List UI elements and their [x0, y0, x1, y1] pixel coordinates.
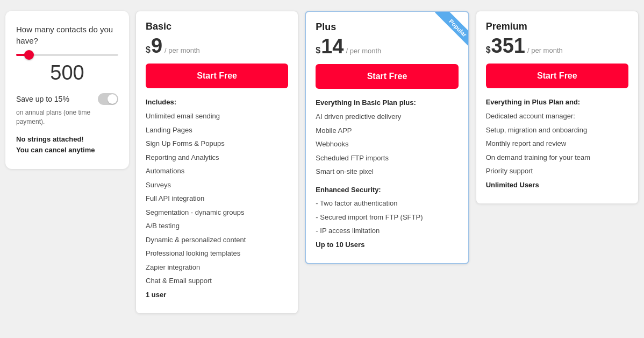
price-period: / per month — [527, 46, 563, 54]
feature-section-header: Enhanced Security: — [316, 183, 458, 197]
feature-item: Reporting and Analytics — [146, 151, 288, 165]
plan-name: Premium — [486, 21, 628, 32]
start-free-button[interactable]: Start Free — [486, 64, 628, 88]
price-period: / per month — [346, 47, 382, 55]
price-dollar-sign: $ — [146, 45, 151, 55]
price-amount: 14 — [321, 36, 344, 57]
price-period: / per month — [164, 46, 200, 54]
contacts-panel: How many contacts do you have? 500 Save … — [5, 11, 129, 169]
pricing-cards: Basic $ 9 / per month Start Free Include… — [135, 11, 639, 314]
pricing-card-premium: Premium $ 351 / per month Start Free Eve… — [476, 11, 639, 204]
feature-item: Sign Up Forms & Popups — [146, 137, 288, 151]
feature-item: Zapier integration — [146, 260, 288, 274]
no-strings-text: No strings attached! You can cancel anyt… — [16, 134, 118, 157]
plan-price: $ 351 / per month — [486, 36, 628, 56]
feature-item: Setup, migration and onboarding — [486, 123, 628, 137]
pricing-container: How many contacts do you have? 500 Save … — [5, 11, 639, 314]
feature-list: Dedicated account manager:Setup, migrati… — [486, 109, 628, 192]
feature-section-label: Includes: — [146, 98, 288, 106]
feature-list: Unlimited email sendingLanding PagesSign… — [146, 109, 288, 301]
feature-item: AI driven predictive delivery — [316, 110, 458, 124]
feature-item: Scheduled FTP imports — [316, 151, 458, 165]
contact-count-display: 500 — [16, 61, 118, 84]
contacts-question: How many contacts do you have? — [16, 24, 118, 46]
price-amount: 9 — [151, 36, 162, 56]
price-dollar-sign: $ — [486, 45, 491, 55]
feature-item: Dynamic & personalized content — [146, 233, 288, 247]
feature-item: Monthly report and review — [486, 137, 628, 151]
slider-wrapper[interactable] — [16, 54, 118, 56]
feature-item: Dedicated account manager: — [486, 109, 628, 123]
feature-item: Surveys — [146, 178, 288, 192]
slider-track — [16, 54, 118, 56]
feature-item: Mobile APP — [316, 124, 458, 138]
feature-item: Priority support — [486, 164, 628, 178]
feature-item: 1 user — [146, 288, 288, 302]
annual-note: on annual plans (one time payment). — [16, 108, 118, 126]
feature-item: A/B testing — [146, 219, 288, 233]
feature-item: - Two factor authentication — [316, 196, 458, 210]
start-free-button[interactable]: Start Free — [316, 64, 458, 89]
feature-item: Professional looking templates — [146, 247, 288, 260]
feature-item: Smart on-site pixel — [316, 165, 458, 179]
feature-item: Segmentation - dynamic groups — [146, 206, 288, 220]
feature-item: Unlimited email sending — [146, 109, 288, 123]
toggle-knob — [108, 94, 117, 104]
pricing-card-basic: Basic $ 9 / per month Start Free Include… — [135, 11, 298, 314]
feature-section-label: Everything in Plus Plan and: — [486, 98, 628, 106]
plan-name: Plus — [316, 22, 458, 33]
feature-item: On demand training for your team — [486, 151, 628, 165]
price-dollar-sign: $ — [316, 46, 320, 55]
slider-thumb — [24, 50, 34, 60]
start-free-button[interactable]: Start Free — [146, 64, 288, 88]
pricing-card-plus: Popular Plus $ 14 / per month Start Free… — [305, 11, 469, 264]
feature-item: Up to 10 Users — [316, 238, 458, 252]
plan-name: Basic — [146, 21, 288, 32]
feature-item: - Secured import from FTP (SFTP) — [316, 210, 458, 224]
save-toggle-row: Save up to 15% — [16, 93, 118, 105]
feature-item: Automations — [146, 164, 288, 178]
feature-list: AI driven predictive deliveryMobile APPW… — [316, 110, 458, 251]
feature-section-label: Everything in Basic Plan plus: — [316, 98, 458, 107]
feature-item: - IP access limitation — [316, 224, 458, 238]
price-amount: 351 — [491, 36, 525, 56]
save-label: Save up to 15% — [16, 95, 69, 103]
feature-item: Webhooks — [316, 137, 458, 151]
feature-item: Chat & Email support — [146, 274, 288, 288]
feature-item: Landing Pages — [146, 123, 288, 137]
feature-item: Unlimited Users — [486, 178, 628, 192]
plan-price: $ 9 / per month — [146, 36, 288, 56]
feature-item: Full API integration — [146, 192, 288, 206]
annual-toggle[interactable] — [98, 93, 118, 105]
plan-price: $ 14 / per month — [316, 36, 458, 57]
